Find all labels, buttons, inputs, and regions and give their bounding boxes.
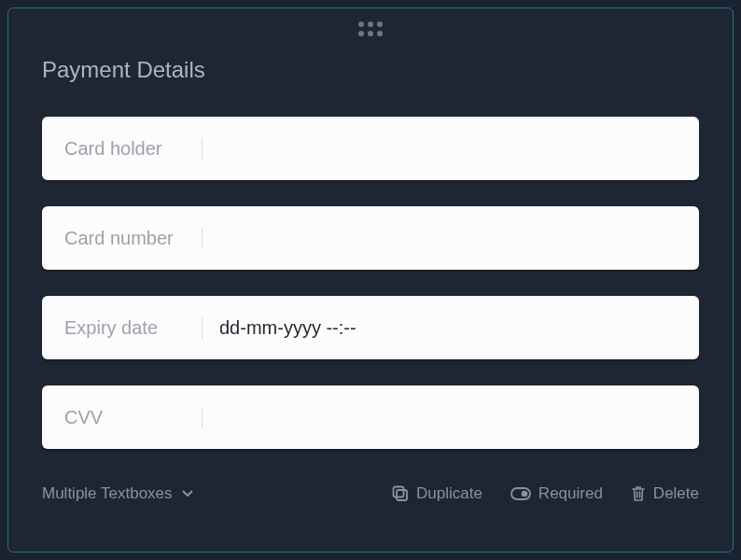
svg-point-3 bbox=[522, 491, 528, 497]
svg-rect-0 bbox=[397, 490, 407, 500]
svg-rect-1 bbox=[393, 487, 403, 497]
fields-container: Card holder Card number Expiry date dd-m… bbox=[42, 100, 699, 456]
delete-button[interactable]: Delete bbox=[631, 484, 699, 503]
field-type-dropdown[interactable]: Multiple Textboxes bbox=[42, 484, 193, 503]
field-type-label: Multiple Textboxes bbox=[42, 484, 173, 503]
field-label: Expiry date bbox=[64, 317, 203, 339]
field-label: Card number bbox=[64, 228, 203, 249]
field-label: Card holder bbox=[64, 138, 203, 160]
delete-label: Delete bbox=[653, 484, 699, 503]
drag-handle[interactable] bbox=[42, 8, 699, 46]
card-number-field[interactable]: Card number bbox=[42, 206, 699, 270]
form-card: Payment Details Card holder Card number … bbox=[7, 7, 734, 553]
expiry-date-field[interactable]: Expiry date dd-mm-yyyy --:-- bbox=[42, 296, 699, 359]
duplicate-icon bbox=[392, 485, 409, 502]
canvas: Payment Details Card holder Card number … bbox=[0, 0, 741, 560]
toolbar: Multiple Textboxes Duplicate Required bbox=[42, 456, 699, 503]
page-title[interactable]: Payment Details bbox=[42, 46, 699, 100]
field-value[interactable]: dd-mm-yyyy --:-- bbox=[203, 317, 677, 339]
trash-icon bbox=[631, 485, 646, 502]
toggle-icon bbox=[510, 487, 531, 500]
chevron-down-icon bbox=[182, 490, 193, 497]
cvv-field[interactable]: CVV bbox=[42, 385, 699, 449]
required-label: Required bbox=[538, 484, 603, 503]
required-toggle[interactable]: Required bbox=[510, 484, 603, 503]
duplicate-button[interactable]: Duplicate bbox=[392, 484, 482, 503]
grip-icon bbox=[358, 21, 383, 36]
card-holder-field[interactable]: Card holder bbox=[42, 117, 699, 180]
duplicate-label: Duplicate bbox=[416, 484, 482, 503]
field-label: CVV bbox=[64, 407, 203, 428]
